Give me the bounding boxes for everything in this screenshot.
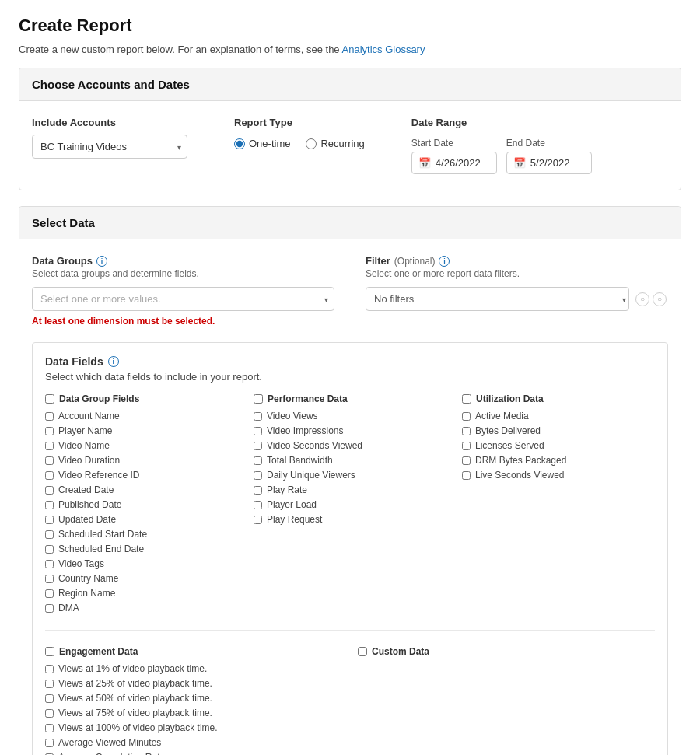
- group-field-checkbox-11[interactable]: [45, 575, 54, 583]
- engagement-label-3[interactable]: Views at 75% of video playback time.: [58, 708, 212, 718]
- data-fields-info-icon[interactable]: i: [108, 356, 119, 367]
- perf-checkbox-2[interactable]: [254, 442, 262, 450]
- filter-edit-icon[interactable]: ○: [635, 292, 649, 306]
- engagement-checkbox-2[interactable]: [45, 694, 54, 703]
- util-checkbox-0[interactable]: [462, 412, 471, 421]
- perf-label-0[interactable]: Video Views: [267, 411, 318, 421]
- engagement-checkbox-5[interactable]: [45, 739, 54, 747]
- util-checkbox-1[interactable]: [462, 427, 471, 435]
- group-field-label-0[interactable]: Account Name: [58, 411, 120, 421]
- filter-select-wrapper: No filters ▾ ○ ○: [366, 287, 668, 311]
- engagement-label-5[interactable]: Average Viewed Minutes: [58, 737, 161, 748]
- group-field-label-1[interactable]: Player Name: [58, 425, 112, 436]
- engagement-checkbox-1[interactable]: [45, 680, 54, 688]
- end-date-input[interactable]: 📅 5/2/2022: [506, 152, 592, 174]
- group-field-checkbox-0[interactable]: [45, 412, 54, 421]
- util-label-4[interactable]: Live Seconds Viewed: [475, 470, 565, 481]
- group-field-label-7[interactable]: Updated Date: [58, 514, 116, 525]
- filter-col: Filter (Optional) i Select one or more r…: [366, 255, 668, 327]
- filter-select[interactable]: No filters: [366, 287, 629, 311]
- group-field-label-4[interactable]: Video Reference ID: [58, 470, 140, 481]
- perf-label-6[interactable]: Player Load: [267, 499, 317, 510]
- report-type-recurring-radio[interactable]: [306, 138, 317, 149]
- list-item: Published Date: [45, 499, 238, 510]
- filter-info-icon[interactable]: i: [439, 256, 450, 267]
- util-label-1[interactable]: Bytes Delivered: [475, 425, 541, 436]
- group-field-label-3[interactable]: Video Duration: [58, 455, 120, 466]
- perf-checkbox-0[interactable]: [254, 412, 262, 421]
- group-field-checkbox-4[interactable]: [45, 471, 54, 480]
- include-accounts-label: Include Accounts: [32, 117, 187, 128]
- engagement-checkbox-4[interactable]: [45, 724, 54, 732]
- group-field-checkbox-13[interactable]: [45, 604, 54, 613]
- util-checkbox-2[interactable]: [462, 442, 471, 450]
- perf-checkbox-7[interactable]: [254, 516, 262, 524]
- perf-label-5[interactable]: Play Rate: [267, 484, 307, 495]
- start-date-input[interactable]: 📅 4/26/2022: [411, 152, 497, 174]
- performance-data-select-all[interactable]: [254, 394, 263, 404]
- perf-checkbox-3[interactable]: [254, 456, 262, 465]
- group-fields-header: Data Group Fields: [45, 393, 238, 404]
- engagement-label-2[interactable]: Views at 50% of video playback time.: [58, 693, 212, 704]
- engagement-label-6[interactable]: Average Completion Rate: [58, 752, 165, 755]
- perf-checkbox-1[interactable]: [254, 427, 262, 435]
- list-item: Total Bandwidth: [254, 455, 446, 466]
- group-field-label-11[interactable]: Country Name: [58, 573, 118, 584]
- glossary-link[interactable]: Analytics Glossary: [342, 44, 425, 55]
- list-item: Video Views: [254, 411, 446, 421]
- engagement-select-all[interactable]: [45, 647, 54, 656]
- perf-label-7[interactable]: Play Request: [267, 514, 322, 525]
- include-accounts-select[interactable]: BC Training Videos: [32, 135, 187, 159]
- list-item: Views at 1% of video playback time.: [45, 663, 342, 674]
- group-fields-select-all[interactable]: [45, 394, 54, 404]
- group-field-label-5[interactable]: Created Date: [58, 484, 114, 495]
- start-date-label: Start Date: [411, 138, 497, 149]
- group-field-checkbox-1[interactable]: [45, 427, 54, 435]
- engagement-label-1[interactable]: Views at 25% of video playback time.: [58, 678, 212, 689]
- util-checkbox-4[interactable]: [462, 471, 471, 480]
- filter-delete-icon[interactable]: ○: [653, 292, 667, 306]
- group-field-label-12[interactable]: Region Name: [58, 588, 115, 599]
- data-groups-select[interactable]: Select one or more values.: [32, 287, 334, 311]
- group-field-checkbox-3[interactable]: [45, 456, 54, 465]
- group-field-checkbox-9[interactable]: [45, 545, 54, 554]
- group-field-label-2[interactable]: Video Name: [58, 440, 110, 451]
- data-groups-info-icon[interactable]: i: [96, 256, 107, 267]
- perf-label-3[interactable]: Total Bandwidth: [267, 455, 333, 466]
- group-field-checkbox-5[interactable]: [45, 486, 54, 495]
- group-field-checkbox-10[interactable]: [45, 560, 54, 568]
- util-label-3[interactable]: DRM Bytes Packaged: [475, 455, 566, 466]
- filter-subtitle: Select one or more report data filters.: [366, 268, 668, 279]
- engagement-label-0[interactable]: Views at 1% of video playback time.: [58, 663, 207, 674]
- group-field-checkbox-12[interactable]: [45, 589, 54, 598]
- engagement-label-4[interactable]: Views at 100% of video playback time.: [58, 722, 218, 733]
- group-field-checkbox-7[interactable]: [45, 516, 54, 524]
- report-type-recurring[interactable]: Recurring: [306, 138, 364, 149]
- data-groups-validation: At least one dimension must be selected.: [32, 316, 334, 327]
- list-item: Live Seconds Viewed: [462, 470, 655, 481]
- perf-checkbox-5[interactable]: [254, 486, 262, 495]
- perf-label-2[interactable]: Video Seconds Viewed: [267, 440, 362, 451]
- report-type-onetime[interactable]: One-time: [234, 138, 290, 149]
- group-field-label-9[interactable]: Scheduled End Date: [58, 544, 144, 554]
- util-label-0[interactable]: Active Media: [475, 411, 529, 421]
- engagement-checkbox-3[interactable]: [45, 709, 54, 718]
- custom-data-select-all[interactable]: [358, 647, 367, 656]
- perf-label-1[interactable]: Video Impressions: [267, 425, 344, 436]
- perf-checkbox-4[interactable]: [254, 471, 262, 480]
- report-type-onetime-radio[interactable]: [234, 138, 245, 149]
- group-field-label-6[interactable]: Published Date: [58, 499, 121, 510]
- perf-checkbox-6[interactable]: [254, 501, 262, 509]
- engagement-checkbox-0[interactable]: [45, 665, 54, 673]
- group-field-label-8[interactable]: Scheduled Start Date: [58, 529, 147, 540]
- util-label-2[interactable]: Licenses Served: [475, 440, 544, 451]
- group-field-checkbox-2[interactable]: [45, 442, 54, 450]
- group-field-checkbox-6[interactable]: [45, 501, 54, 509]
- perf-label-4[interactable]: Daily Unique Viewers: [267, 470, 355, 481]
- group-field-label-13[interactable]: DMA: [58, 603, 79, 613]
- group-field-label-10[interactable]: Video Tags: [58, 558, 104, 569]
- engagement-header: Engagement Data: [45, 646, 342, 657]
- group-field-checkbox-8[interactable]: [45, 530, 54, 539]
- utilization-data-select-all[interactable]: [462, 394, 471, 404]
- util-checkbox-3[interactable]: [462, 456, 471, 465]
